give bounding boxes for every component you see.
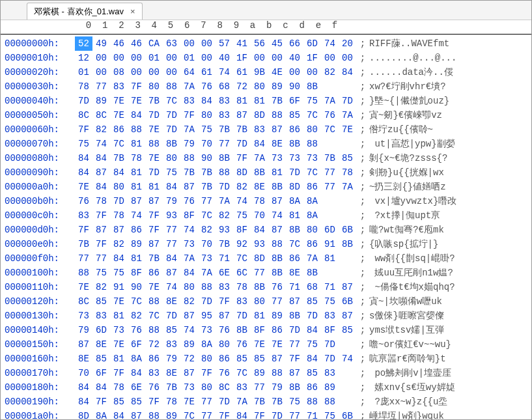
hex-byte-cell[interactable]: 82 [92,122,110,137]
hex-byte-cell[interactable]: 8C [92,108,110,122]
hex-byte-cell[interactable]: 79 [75,323,92,337]
hex-byte-cell[interactable]: 87 [180,180,198,194]
hex-row[interactable]: 00000130h:738381827C7D8795877D81898B7D83… [1,309,531,323]
hex-row[interactable]: 000001a0h:8D8A848788897C777F847F7D777175… [1,409,531,419]
hex-byte-cell[interactable]: 88 [128,122,145,137]
hex-byte-cell[interactable]: 6B [339,294,356,309]
hex-byte-cell[interactable]: 77 [251,266,268,280]
hex-byte-cell[interactable]: 00 [163,65,180,79]
ascii-cell[interactable]: 嚨?wt倁弿?€庖mk [369,223,531,237]
hex-byte-cell[interactable]: 70 [198,137,216,151]
hex-byte-cell[interactable]: 81 [128,137,145,151]
hex-byte-cell[interactable]: 83 [75,208,92,223]
hex-byte-cell[interactable]: 90 [198,151,216,165]
hex-byte-cell[interactable]: 84 [251,223,268,237]
hex-byte-cell[interactable]: 87 [233,108,251,122]
hex-byte-cell[interactable]: 72 [180,352,198,366]
hex-byte-cell[interactable]: 68 [303,280,321,294]
hex-row[interactable]: 000000e0h:7B7F8289877773707B9293887C8691… [1,237,531,251]
hex-byte-cell[interactable]: 73 [180,380,198,395]
hex-byte-cell[interactable]: 7A [251,151,268,165]
hex-byte-cell[interactable]: 8E [92,337,110,352]
hex-byte-cell[interactable]: 84 [303,323,321,337]
hex-byte-cell[interactable]: 7F [251,409,268,419]
hex-byte-cell[interactable]: 00 [128,51,145,65]
hex-byte-cell[interactable]: 81 [321,251,339,266]
hex-byte-cell[interactable]: 7D [321,337,339,352]
hex-byte-cell[interactable]: 77 [198,395,216,409]
hex-byte-cell[interactable] [339,366,356,380]
hex-byte-cell[interactable] [321,137,339,151]
hex-byte-cell[interactable]: 80 [180,280,198,294]
hex-byte-cell[interactable] [321,208,339,223]
hex-byte-cell[interactable]: 76 [198,79,216,94]
hex-byte-cell[interactable]: 8D [251,251,268,266]
hex-byte-cell[interactable]: 84 [75,165,92,180]
hex-byte-cell[interactable]: 85 [92,352,110,366]
hex-byte-cell[interactable]: 76 [216,323,233,337]
hex-byte-cell[interactable]: 00 [339,51,356,65]
hex-byte-cell[interactable]: 80 [251,79,268,94]
hex-byte-cell[interactable] [339,137,356,151]
hex-byte-cell[interactable]: 87 [268,352,286,366]
hex-byte-cell[interactable]: 7A [180,251,198,266]
hex-byte-cell[interactable]: 8E [75,352,92,366]
ascii-cell[interactable]: {叺嗾sp{拡坾|} [369,237,531,251]
hex-byte-cell[interactable]: 7D [339,94,356,108]
hex-byte-cell[interactable]: 7C [321,122,339,137]
hex-byte-cell[interactable]: 87 [128,194,145,208]
hex-row[interactable]: 00000030h:7877837F80887A7668728089908B ;… [1,79,531,94]
hex-byte-cell[interactable]: 82 [110,237,128,251]
hex-byte-cell[interactable]: 84 [110,251,128,266]
hex-byte-cell[interactable]: 8B [216,151,233,165]
hex-byte-cell[interactable]: 01 [145,51,163,65]
hex-byte-cell[interactable]: 81 [251,309,268,323]
hex-row[interactable]: 000000a0h:7E8480818184877B7D828E8B8D8677… [1,180,531,194]
hex-byte-cell[interactable]: 86 [268,323,286,337]
ascii-cell[interactable]: yms垘tsv嬬|互弾 [369,323,531,337]
hex-byte-cell[interactable]: 7B [145,251,163,266]
hex-byte-cell[interactable]: 85 [303,294,321,309]
hex-byte-cell[interactable]: 75 [303,337,321,352]
hex-byte-cell[interactable]: 8D [233,165,251,180]
hex-byte-cell[interactable]: 78 [339,165,356,180]
hex-byte-cell[interactable]: 83 [216,280,233,294]
hex-byte-cell[interactable]: 88 [268,366,286,380]
hex-byte-cell[interactable]: 76 [216,366,233,380]
hex-byte-cell[interactable]: 7F [216,409,233,419]
hex-byte-cell[interactable]: 80 [198,108,216,122]
ascii-cell[interactable]: 吭亰噐r€啇唥匉}t [369,352,531,366]
hex-byte-cell[interactable]: 8E [251,180,268,194]
hex-row[interactable]: 00000180h:8484786E767B73808C8377798B8689… [1,380,531,395]
hex-byte-cell[interactable]: 83 [321,309,339,323]
hex-byte-cell[interactable]: CA [145,36,163,51]
hex-byte-cell[interactable]: 7D [163,122,180,137]
hex-byte-cell[interactable] [339,208,356,223]
hex-byte-cell[interactable]: 8B [286,223,303,237]
hex-byte-cell[interactable]: 7D [145,165,163,180]
hex-byte-cell[interactable]: 85 [128,395,145,409]
hex-byte-cell[interactable]: 87 [145,237,163,251]
ascii-cell[interactable]: 剣剙}u{{挄媬|wx [369,165,531,180]
hex-byte-cell[interactable]: 84 [110,165,128,180]
hex-byte-cell[interactable]: 77 [321,180,339,194]
hex-byte-cell[interactable] [339,79,356,94]
hex-byte-cell[interactable]: 78 [92,194,110,208]
hex-byte-cell[interactable]: 75 [233,208,251,223]
hex-byte-cell[interactable]: 81 [251,94,268,108]
hex-byte-cell[interactable]: 86 [145,266,163,280]
hex-byte-cell[interactable]: 12 [75,51,92,65]
ascii-cell[interactable]: ?庞xx~w}z{{u坖 [369,395,531,409]
hex-byte-cell[interactable]: 77 [286,409,303,419]
hex-byte-cell[interactable]: 7D [268,409,286,419]
hex-byte-cell[interactable]: 88 [145,137,163,151]
hex-byte-cell[interactable]: 76 [268,280,286,294]
hex-byte-cell[interactable]: 74 [216,65,233,79]
hex-byte-cell[interactable]: 87 [163,266,180,280]
hex-byte-cell[interactable]: 79 [268,380,286,395]
hex-row[interactable]: 00000090h:848784817D757B7B888D8B817D7C77… [1,165,531,180]
hex-byte-cell[interactable]: 7F [180,108,198,122]
hex-byte-cell[interactable]: 8F [251,323,268,337]
hex-byte-cell[interactable]: 7E [110,294,128,309]
hex-byte-cell[interactable]: 88 [163,79,180,94]
